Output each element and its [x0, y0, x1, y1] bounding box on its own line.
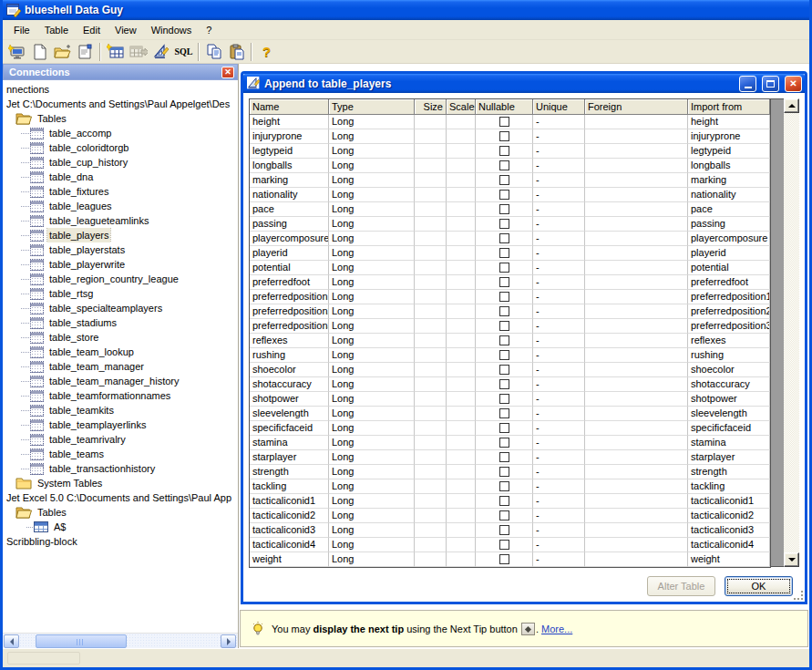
column-header-nullable[interactable]: Nullable	[476, 99, 533, 115]
cell-unique[interactable]: -	[533, 407, 585, 421]
new-connection-button[interactable]	[5, 41, 28, 62]
cell-scale[interactable]	[447, 246, 476, 261]
nullable-checkbox[interactable]	[499, 131, 509, 141]
cell-unique[interactable]: -	[533, 377, 585, 392]
nullable-checkbox[interactable]	[499, 394, 509, 404]
cell-import-from[interactable]: shotaccuracy	[688, 377, 770, 392]
cell-name[interactable]: shotpower	[250, 392, 329, 407]
tree-item[interactable]: table_accomp	[3, 126, 238, 140]
next-tip-button[interactable]	[521, 623, 535, 635]
cell-name[interactable]: marking	[250, 173, 329, 188]
cell-unique[interactable]: -	[533, 217, 585, 232]
cell-name[interactable]: tacticaliconid1	[250, 494, 329, 509]
open-button[interactable]	[51, 41, 74, 62]
cell-size[interactable]	[415, 246, 447, 261]
tree-item[interactable]: Tables	[3, 505, 238, 520]
nullable-checkbox[interactable]	[499, 248, 509, 258]
cell-type[interactable]: Long	[329, 348, 415, 363]
properties-button[interactable]	[74, 41, 97, 62]
cell-size[interactable]	[415, 450, 447, 465]
tree-item[interactable]: table_coloridtorgb	[3, 140, 238, 155]
cell-scale[interactable]	[447, 348, 476, 363]
menu-view[interactable]: View	[108, 22, 144, 38]
cell-size[interactable]	[415, 509, 447, 523]
cell-type[interactable]: Long	[329, 144, 415, 159]
tree-item[interactable]: table_transactionhistory	[3, 461, 238, 476]
cell-type[interactable]: Long	[329, 334, 415, 348]
cell-unique[interactable]: -	[533, 450, 585, 465]
cell-scale[interactable]	[447, 188, 476, 202]
cell-scale[interactable]	[447, 509, 476, 523]
nullable-checkbox[interactable]	[499, 365, 509, 375]
cell-type[interactable]: Long	[329, 465, 415, 479]
cell-foreign[interactable]	[585, 450, 688, 465]
cell-type[interactable]: Long	[329, 377, 415, 392]
sql-button[interactable]: SQL	[172, 41, 195, 62]
cell-foreign[interactable]	[585, 538, 688, 552]
cell-scale[interactable]	[447, 363, 476, 377]
cell-type[interactable]: Long	[329, 450, 415, 465]
cell-unique[interactable]: -	[533, 334, 585, 348]
cell-type[interactable]: Long	[329, 494, 415, 509]
cell-import-from[interactable]: sleevelength	[688, 407, 770, 421]
cell-foreign[interactable]	[585, 479, 688, 494]
cell-scale[interactable]	[447, 304, 476, 319]
cell-type[interactable]: Long	[329, 290, 415, 304]
column-header-unique[interactable]: Unique	[533, 99, 585, 115]
nullable-checkbox[interactable]	[499, 219, 509, 229]
cell-import-from[interactable]: shotpower	[688, 392, 770, 407]
alter-table-button[interactable]: Alter Table	[647, 576, 715, 596]
cell-name[interactable]: weight	[250, 552, 329, 567]
cell-size[interactable]	[415, 421, 447, 436]
nullable-checkbox[interactable]	[499, 496, 509, 506]
cell-scale[interactable]	[447, 202, 476, 217]
tree-item[interactable]: table_teamformationnames	[3, 388, 238, 403]
column-header-scale[interactable]: Scale	[447, 99, 476, 115]
nullable-checkbox[interactable]	[499, 306, 509, 316]
cell-scale[interactable]	[447, 261, 476, 275]
cell-name[interactable]: strength	[250, 465, 329, 479]
cell-foreign[interactable]	[585, 421, 688, 436]
help-button[interactable]: ?	[255, 41, 278, 62]
column-header-size[interactable]: Size	[415, 99, 447, 115]
cell-unique[interactable]: -	[533, 173, 585, 188]
nullable-checkbox[interactable]	[499, 190, 509, 200]
cell-import-from[interactable]: stamina	[688, 436, 770, 450]
nullable-checkbox[interactable]	[499, 335, 509, 345]
nullable-checkbox[interactable]	[499, 481, 509, 491]
cell-name[interactable]: height	[250, 115, 329, 129]
cell-scale[interactable]	[447, 407, 476, 421]
cell-import-from[interactable]: playercomposure	[688, 232, 770, 246]
cell-unique[interactable]: -	[533, 232, 585, 246]
cell-unique[interactable]: -	[533, 246, 585, 261]
cell-scale[interactable]	[447, 494, 476, 509]
nullable-checkbox[interactable]	[499, 350, 509, 360]
cell-name[interactable]: shoecolor	[250, 363, 329, 377]
column-header-import-from[interactable]: Import from	[688, 99, 770, 115]
cell-name[interactable]: specificfaceid	[250, 421, 329, 436]
cell-unique[interactable]: -	[533, 363, 585, 377]
cell-name[interactable]: longballs	[250, 159, 329, 173]
cell-foreign[interactable]	[585, 217, 688, 232]
cell-size[interactable]	[415, 552, 447, 567]
cell-type[interactable]: Long	[329, 217, 415, 232]
cell-size[interactable]	[415, 304, 447, 319]
cell-scale[interactable]	[447, 319, 476, 334]
cell-name[interactable]: reflexes	[250, 334, 329, 348]
cell-size[interactable]	[415, 407, 447, 421]
cell-scale[interactable]	[447, 465, 476, 479]
cell-unique[interactable]: -	[533, 421, 585, 436]
cell-unique[interactable]: -	[533, 144, 585, 159]
cell-unique[interactable]: -	[533, 319, 585, 334]
cell-foreign[interactable]	[585, 173, 688, 188]
cell-scale[interactable]	[447, 129, 476, 144]
cell-scale[interactable]	[447, 538, 476, 552]
tree-item[interactable]: table_leagues	[3, 199, 238, 213]
cell-size[interactable]	[415, 377, 447, 392]
panel-close-icon[interactable]: ✕	[221, 67, 234, 78]
column-header-type[interactable]: Type	[329, 99, 415, 115]
cell-unique[interactable]: -	[533, 538, 585, 552]
nullable-checkbox[interactable]	[499, 204, 509, 214]
cell-unique[interactable]: -	[533, 275, 585, 290]
cell-size[interactable]	[415, 436, 447, 450]
